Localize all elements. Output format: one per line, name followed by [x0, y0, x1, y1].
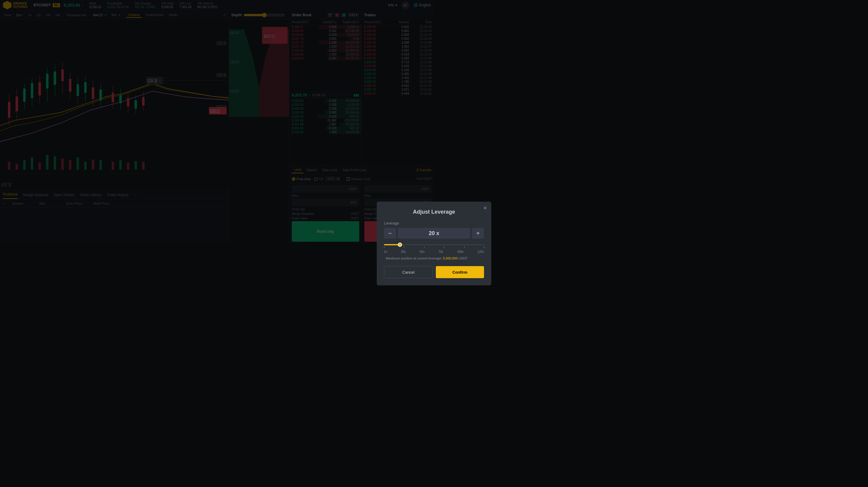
leverage-input-row: − + — [384, 228, 434, 239]
leverage-input[interactable] — [398, 228, 434, 239]
decrease-leverage-button[interactable]: − — [384, 228, 396, 239]
modal-overlay[interactable]: ✕ Adjust Leverage Leverage − + 1x 25x — [0, 0, 434, 243]
adjust-leverage-modal: ✕ Adjust Leverage Leverage − + 1x 25x — [377, 202, 434, 243]
modal-leverage-label: Leverage — [384, 221, 434, 225]
leverage-thumb[interactable] — [398, 243, 402, 243]
modal-title: Adjust Leverage — [384, 209, 434, 215]
